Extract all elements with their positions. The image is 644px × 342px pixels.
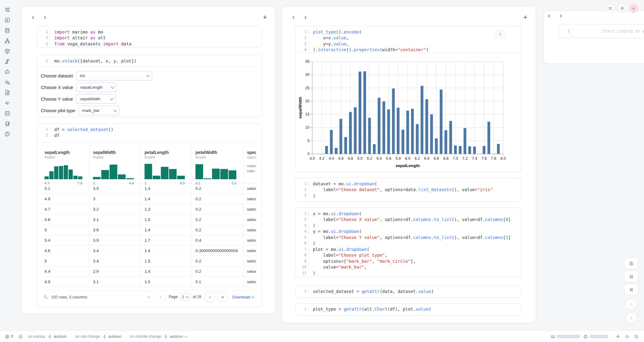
line-number: 3 [295,223,309,228]
table-cell: 2.9 [89,266,141,277]
prev-page-button[interactable]: ‹ [156,292,166,302]
fold-chevron-icon[interactable]: ⌄ [308,212,309,215]
column-header[interactable]: speciesobjectunique:nulls: [243,146,256,183]
sidebar-database-icon[interactable] [4,27,11,34]
sidebar-functions-icon[interactable] [4,17,11,23]
icon-rail [0,0,14,337]
sidebar-logs-search-icon[interactable] [4,79,11,85]
column-back-button[interactable]: ‹ [547,13,551,18]
column-back-button[interactable]: ‹ [291,15,296,20]
sidebar-document-icon[interactable] [4,89,11,96]
close-button[interactable]: × [629,4,638,12]
sparkle-icon[interactable] [616,334,620,339]
sidebar-dep-graph-icon[interactable] [4,37,11,44]
code-editor[interactable]: 1⌄dataset = mo.ui.dropdown(2 label="Choo… [295,178,521,201]
dropdown-select[interactable]: sepalWidth [76,94,116,104]
fold-chevron-icon[interactable]: ⌄ [308,31,309,34]
code-line: 3) [295,193,521,199]
code-line: 4⌄y = mo.ui.dropdown( [295,229,521,235]
svg-text:7.4: 7.4 [472,156,477,161]
save-button[interactable] [624,258,638,269]
settings-button[interactable] [618,4,626,12]
svg-text:6.6: 6.6 [434,156,439,161]
svg-text:35: 35 [305,59,309,64]
code-line: 1plot_type = getattr(alt.Chart(df), plot… [295,306,521,312]
fold-chevron-icon[interactable]: ⌄ [308,230,309,233]
column-name: sepalLength [45,150,89,155]
search-icon[interactable] [43,295,48,299]
code-editor[interactable]: 1plot_type = getattr(alt.Chart(df), plot… [295,303,521,314]
fold-chevron-icon[interactable]: ⌄ [308,248,309,251]
column-header[interactable]: sepalLengthfloat644.37.9 [41,146,89,183]
run-button[interactable] [626,313,636,323]
code-editor[interactable]: 1import marimo as mo2import altair as al… [37,26,261,47]
table-cell: 0.2 [192,183,243,194]
dropdown-value: mark_bar [82,108,100,113]
code-line: 11) [295,270,521,276]
column-header[interactable]: sepalWidthfloat6424.4 [89,146,141,183]
runtime-config-item[interactable]: on module change:autorun [130,334,187,339]
table-cell: setosa [243,277,256,287]
cell-output-divider [37,142,261,143]
runtime-config-item[interactable]: on startup:autorun [28,334,66,339]
clock-icon[interactable] [634,334,639,339]
sidebar-package-icon[interactable] [4,48,11,54]
code-line: 1selected_dataset = getattr(data, datase… [295,288,521,294]
column-forward-button[interactable]: › [303,15,308,20]
line-number: 2 [37,133,50,137]
column-header[interactable]: petalWidthfloat640.12.5 [192,146,243,183]
column-forward-button[interactable]: › [43,15,47,20]
error-count[interactable]: 0 [5,334,13,339]
stop-button[interactable] [626,299,636,310]
code-editor[interactable]: 1⌄plot_type().encode(2 x=x.value,3 y=y.v… [295,26,521,55]
column-forward-button[interactable]: › [559,13,563,18]
menu-button[interactable] [606,4,614,12]
notebook-column-1: ‹ › + 1import marimo as mo2import altair… [21,6,276,314]
add-cell-button[interactable]: + [261,14,269,20]
table-cell: 0.2 [192,194,243,204]
first-page-button[interactable]: « [144,292,153,302]
sidebar-help-icon[interactable] [4,131,11,137]
code-line: 2 x=x.value, [295,35,521,41]
chart-drag-handle-icon[interactable]: ⠿ [496,30,505,38]
sidebar-chat-bot-icon[interactable] [4,69,11,75]
column-back-button[interactable]: ‹ [31,15,35,20]
dropdown-select[interactable]: mark_bar [78,106,120,115]
dropdown-value: iris [80,73,85,78]
last-page-button[interactable]: » [218,292,227,302]
code-editor[interactable]: 1⌄x = mo.ui.dropdown(2 label="Choose X v… [295,208,521,277]
download-button[interactable]: Download [232,295,254,299]
code-line: 6) [295,240,521,247]
control-row: Choose plot typemark_bar [41,106,261,115]
download-label: Download [232,295,250,299]
table-cell: setosa [243,225,256,235]
code-editor[interactable]: 1mo.vstack([dataset, x, y, plot]) [37,55,261,66]
code-line: 1import marimo as mo [37,29,261,35]
dropdown-select[interactable]: iris [76,71,152,80]
sidebar-scroll-icon[interactable] [4,58,11,65]
terminal-toggle[interactable] [18,334,23,339]
sidebar-file-tree-icon[interactable] [4,6,11,13]
sidebar-snippets-icon[interactable] [4,110,11,116]
altair-chart[interactable]: 051015202530354.04.24.44.64.85.05.25.45.… [295,53,521,172]
command-palette-button[interactable] [624,284,638,295]
column-header[interactable]: petalLengthfloat6416.9 [141,146,191,183]
page-select[interactable]: 1 [180,293,191,301]
code-line: 1⌄dataset = mo.ui.dropdown( [295,181,521,187]
dropdown-select[interactable]: sepalLength [76,83,117,92]
code-editor[interactable]: 1selected_dataset = getattr(data, datase… [295,286,521,297]
bot-icon[interactable] [625,334,629,339]
runtime-config-item[interactable]: on cell change:autorun [75,334,121,339]
svg-text:5.2: 5.2 [367,156,372,161]
sidebar-scratchpad-icon[interactable] [4,120,11,127]
fold-chevron-icon[interactable]: ⌄ [308,183,309,185]
code-editor[interactable]: 1df = selected_dataset()2df [37,124,261,141]
code-editor[interactable]: 1 Start coding or generate with AI [559,24,644,36]
sidebar-tracing-icon[interactable] [4,100,11,106]
status-bar: 0 on startup:autorunon cell change:autor… [0,330,644,342]
next-page-button[interactable]: › [205,292,215,302]
add-cell-button[interactable]: + [521,14,529,20]
usage-pill [589,335,608,338]
cell-empty: 1 Start coding or generate with AI [559,24,644,38]
layout-button[interactable] [624,271,638,282]
